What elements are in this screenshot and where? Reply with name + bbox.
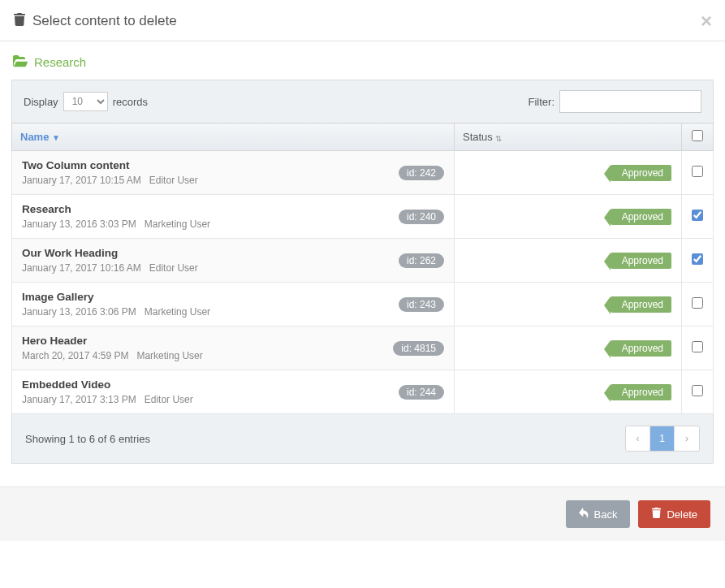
row-title: Two Column content (22, 159, 198, 171)
table-row: Embedded VideoJanuary 17, 2017 3:13 PM E… (12, 370, 714, 414)
status-badge: Approved (611, 253, 671, 269)
id-badge: id: 4815 (393, 341, 444, 356)
row-select-checkbox[interactable] (692, 210, 703, 221)
table-controls: Display 102550100 records Filter: (11, 80, 714, 123)
back-button-label: Back (594, 508, 618, 521)
trash-icon (651, 508, 662, 521)
sort-caret-down-icon: ▼ (52, 133, 60, 142)
status-badge: Approved (611, 209, 671, 225)
row-title: Embedded Video (22, 378, 193, 391)
content-panel: Display 102550100 records Filter: Name ▼… (11, 80, 714, 464)
id-badge: id: 243 (399, 297, 444, 312)
row-select-checkbox[interactable] (692, 385, 703, 396)
content-table: Name ▼ Status ⇅ Two Column contentJanuar… (11, 123, 714, 414)
row-meta: January 17, 2017 3:13 PM Editor User (22, 394, 193, 405)
column-header-select (682, 123, 714, 151)
table-row: Two Column contentJanuary 17, 2017 10:15… (12, 151, 714, 195)
row-title: Image Gallery (22, 291, 210, 303)
trash-icon (13, 13, 26, 30)
sort-both-icon: ⇅ (495, 134, 502, 143)
filter-control: Filter: (529, 90, 702, 113)
row-meta: March 20, 2017 4:59 PM Marketing User (22, 350, 203, 361)
page-size-select[interactable]: 102550100 (63, 92, 108, 111)
table-footer: Showing 1 to 6 of 6 entries ‹ 1 › (11, 414, 714, 464)
pager-prev-button[interactable]: ‹ (626, 426, 650, 451)
row-title: Hero Header (22, 335, 203, 347)
id-badge: id: 240 (399, 210, 444, 224)
breadcrumb-folder[interactable]: Research (0, 41, 725, 76)
column-header-status[interactable]: Status ⇅ (455, 123, 682, 151)
delete-content-modal: Select content to delete × Research Disp… (0, 0, 725, 541)
table-row: Hero HeaderMarch 20, 2017 4:59 PM Market… (12, 326, 714, 370)
page-size-control: Display 102550100 records (24, 92, 148, 111)
modal-header: Select content to delete × (0, 0, 725, 41)
row-meta: January 17, 2017 10:15 AM Editor User (22, 175, 198, 186)
status-badge: Approved (611, 340, 671, 357)
id-badge: id: 242 (399, 166, 444, 180)
records-label: records (113, 96, 148, 108)
delete-button[interactable]: Delete (638, 500, 710, 528)
modal-title: Select content to delete (32, 13, 177, 29)
status-badge: Approved (611, 384, 671, 400)
table-row: Image GalleryJanuary 13, 2016 3:06 PM Ma… (12, 283, 714, 326)
id-badge: id: 244 (399, 385, 444, 400)
table-row: ResearchJanuary 13, 2016 3:03 PM Marketi… (12, 195, 714, 239)
showing-text: Showing 1 to 6 of 6 entries (25, 433, 150, 445)
row-select-checkbox[interactable] (692, 166, 703, 177)
pager: ‹ 1 › (625, 426, 700, 452)
folder-open-icon (13, 54, 28, 70)
modal-footer: Back Delete (0, 486, 725, 541)
id-badge: id: 262 (399, 253, 444, 268)
table-row: Our Work HeadingJanuary 17, 2017 10:16 A… (12, 239, 714, 283)
back-button[interactable]: Back (566, 500, 631, 528)
row-meta: January 13, 2016 3:03 PM Marketing User (22, 218, 210, 230)
row-title: Our Work Heading (22, 247, 198, 259)
modal-title-wrap: Select content to delete (13, 13, 177, 30)
row-select-checkbox[interactable] (692, 253, 703, 265)
filter-label: Filter: (529, 96, 555, 108)
row-select-checkbox[interactable] (692, 341, 703, 352)
status-badge: Approved (611, 296, 671, 313)
pager-page-1-button[interactable]: 1 (650, 426, 675, 451)
undo-icon (579, 508, 589, 521)
delete-button-label: Delete (667, 508, 697, 521)
row-meta: January 17, 2017 10:16 AM Editor User (22, 262, 198, 274)
column-header-status-label: Status (463, 131, 493, 143)
pager-next-button[interactable]: › (675, 426, 699, 451)
row-select-checkbox[interactable] (692, 297, 703, 309)
close-icon[interactable]: × (701, 11, 712, 31)
status-badge: Approved (611, 165, 671, 181)
row-title: Research (22, 203, 210, 215)
folder-name: Research (34, 55, 86, 69)
display-label: Display (24, 96, 58, 108)
row-meta: January 13, 2016 3:06 PM Marketing User (22, 306, 210, 318)
column-header-name[interactable]: Name ▼ (12, 123, 455, 151)
column-header-name-label: Name (20, 131, 49, 143)
select-all-checkbox[interactable] (692, 130, 703, 141)
filter-input[interactable] (559, 90, 701, 113)
